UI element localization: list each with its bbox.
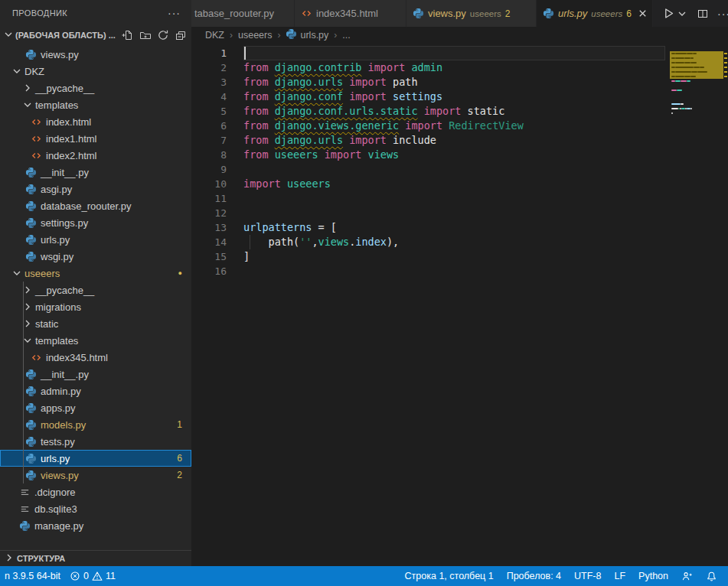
code-line-4[interactable]: 4from django.conf import settings	[191, 90, 728, 104]
outline-section-header[interactable]: СТРУКТУРА	[0, 550, 191, 566]
tree-item-label: index345.html	[46, 352, 108, 363]
code-line-6[interactable]: 6from django.views.generic import Redire…	[191, 119, 728, 133]
code-line-7[interactable]: 7from django.urls import include	[191, 133, 728, 148]
tree-item-index1.html[interactable]: index1.html	[0, 130, 191, 147]
explorer-more-actions-button[interactable]: ···	[168, 7, 181, 19]
code-line-2[interactable]: 2from django.contrib import admin	[191, 60, 728, 75]
explorer-title: ПРОВОДНИК	[12, 8, 168, 18]
line-number: 9	[191, 162, 227, 177]
code-line-8[interactable]: 8from useeers import views	[191, 148, 728, 162]
run-python-file-button[interactable]	[662, 7, 688, 20]
editor-more-actions-button[interactable]: ···	[717, 8, 728, 20]
tree-item-urls.py[interactable]: urls.py6	[0, 450, 191, 467]
tree-item-views.py[interactable]: views.py	[0, 46, 191, 63]
feedback-icon[interactable]	[678, 571, 696, 582]
tree-item-db.sqlite3[interactable]: db.sqlite3	[0, 500, 191, 517]
tree-item-settings.py[interactable]: settings.py	[0, 214, 191, 231]
code-line-3[interactable]: 3from django.urls import path	[191, 75, 728, 90]
code-line-1[interactable]: 1	[191, 46, 728, 60]
close-icon[interactable]	[637, 8, 648, 19]
tree-item-label: wsgi.py	[41, 251, 73, 262]
status-lf[interactable]: LF	[611, 571, 628, 581]
python-icon	[25, 386, 37, 397]
status-строка-1-столбец-1[interactable]: Строка 1, столбец 1	[402, 571, 497, 581]
python-icon	[25, 251, 37, 262]
workspace-section-header[interactable]: (РАБОЧАЯ ОБЛАСТЬ) ...	[0, 25, 191, 44]
tab-views.py[interactable]: views.pyuseeers2	[406, 0, 537, 27]
tree-item-tests.py[interactable]: tests.py	[0, 433, 191, 450]
status-utf-8[interactable]: UTF-8	[571, 571, 604, 581]
tree-item-index2.html[interactable]: index2.html	[0, 147, 191, 164]
html-icon	[31, 352, 42, 363]
tree-item-__init__.py[interactable]: __init__.py	[0, 164, 191, 181]
code-line-12[interactable]: 12	[191, 206, 728, 220]
tree-item-views.py[interactable]: views.py2	[0, 467, 191, 483]
tree-item-migrations[interactable]: migrations	[0, 298, 191, 315]
tree-item-__init__.py[interactable]: __init__.py	[0, 366, 191, 383]
code-line-16[interactable]: 16	[191, 264, 728, 278]
overview-warning-mark	[724, 53, 727, 54]
status-python[interactable]: Python	[635, 571, 671, 581]
tree-item-index.html[interactable]: index.html	[0, 113, 191, 130]
collapse-all-icon[interactable]	[175, 29, 187, 41]
tree-item-useeers[interactable]: useeers●	[0, 265, 191, 282]
new-folder-icon[interactable]	[139, 29, 152, 41]
refresh-icon[interactable]	[157, 29, 169, 41]
status-пробелов-4[interactable]: Пробелов: 4	[504, 571, 564, 581]
chevron-down-icon	[21, 99, 34, 111]
bell-icon[interactable]	[703, 571, 720, 582]
vscode-window: ПРОВОДНИК ··· (РАБОЧАЯ ОБЛАСТЬ) ... view…	[0, 0, 728, 586]
minimap-code-mark	[671, 112, 673, 114]
code-line-10[interactable]: 10import useeers	[191, 177, 728, 191]
tree-item-urls.py[interactable]: urls.py	[0, 231, 191, 248]
split-editor-icon[interactable]	[697, 8, 709, 20]
tree-item-__pycache__[interactable]: __pycache__	[0, 80, 191, 96]
python-version-status[interactable]: n 3.9.5 64-bit	[2, 571, 64, 581]
tree-item-templates[interactable]: templates	[0, 96, 191, 113]
line-number: 8	[191, 148, 227, 162]
code-text: from django.contrib import admin	[243, 60, 442, 75]
breadcrumb-item-urls.py[interactable]: urls.py	[286, 28, 328, 42]
tree-item-asgi.py[interactable]: asgi.py	[0, 181, 191, 197]
breadcrumb-item-...[interactable]: ...	[342, 30, 350, 41]
tree-item-__pycache__[interactable]: __pycache__	[0, 282, 191, 298]
html-icon	[31, 116, 42, 128]
tree-item-.dcignore[interactable]: .dcignore	[0, 483, 191, 500]
python-icon	[25, 453, 37, 464]
new-file-icon[interactable]	[122, 29, 134, 41]
tab-urls.py[interactable]: urls.pyuseeers6	[537, 0, 653, 27]
tab-tabase_roouter.py[interactable]: tabase_roouter.py	[191, 0, 295, 27]
tree-item-wsgi.py[interactable]: wsgi.py	[0, 248, 191, 265]
tab-index345.html[interactable]: index345.html	[295, 0, 406, 27]
minimap-code-mark	[700, 67, 704, 68]
code-line-5[interactable]: 5from django.conf.urls.static import sta…	[191, 104, 728, 119]
tree-item-database_roouter.py[interactable]: database_roouter.py	[0, 197, 191, 214]
tree-item-label: .dcignore	[34, 487, 75, 498]
problems-indicator[interactable]: 0 11	[67, 571, 119, 581]
code-line-15[interactable]: 15]	[191, 249, 728, 264]
tree-item-DKZ[interactable]: DKZ	[0, 63, 191, 80]
breadcrumb-item-useeers[interactable]: useeers	[238, 30, 272, 41]
minimap[interactable]	[670, 44, 723, 566]
code-line-14[interactable]: 14 path('',views.index),	[191, 235, 728, 249]
tree-item-admin.py[interactable]: admin.py	[0, 383, 191, 399]
tree-item-index345.html[interactable]: index345.html	[0, 349, 191, 366]
tree-item-apps.py[interactable]: apps.py	[0, 399, 191, 416]
run-icon	[662, 7, 675, 20]
warning-count: 11	[106, 571, 116, 581]
code-line-13[interactable]: 13urlpatterns = [	[191, 220, 728, 235]
python-icon	[286, 28, 297, 42]
tree-item-static[interactable]: static	[0, 315, 191, 332]
line-number: 2	[191, 60, 227, 75]
code-line-9[interactable]: 9	[191, 162, 728, 177]
tree-item-label: index1.html	[46, 133, 96, 145]
code-editor[interactable]: 12from django.contrib import admin3from …	[191, 44, 728, 566]
tree-item-templates[interactable]: templates	[0, 332, 191, 349]
code-line-11[interactable]: 11	[191, 191, 728, 206]
line-number: 14	[191, 235, 227, 249]
minimap-code-mark	[675, 71, 691, 73]
breadcrumb-item-DKZ[interactable]: DKZ	[205, 30, 224, 41]
breadcrumb[interactable]: DKZ›useeers›urls.py›...	[191, 27, 728, 44]
tree-item-models.py[interactable]: models.py1	[0, 416, 191, 433]
tree-item-manage.py[interactable]: manage.py	[0, 517, 191, 534]
